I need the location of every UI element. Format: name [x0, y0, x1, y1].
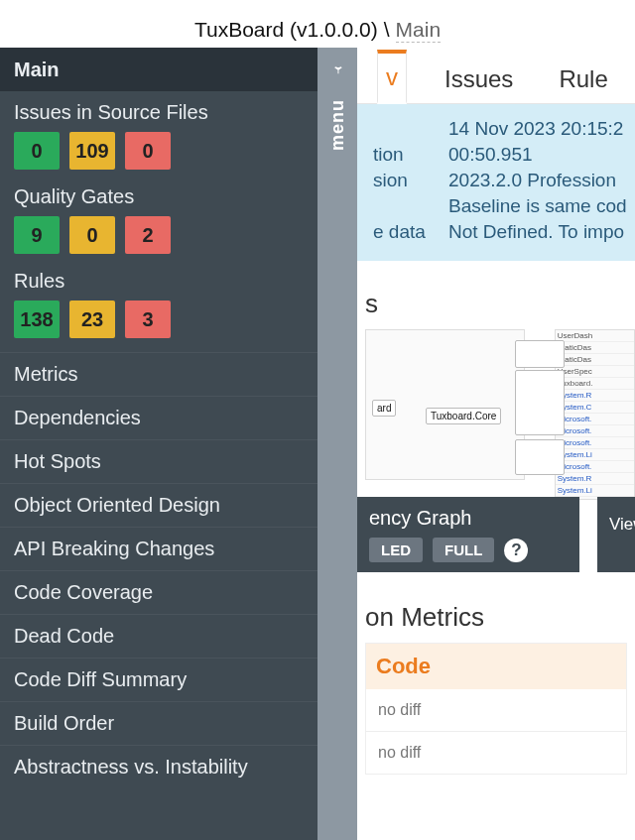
info-label: [373, 195, 433, 217]
info-label: [373, 118, 433, 140]
breadcrumb-leaf[interactable]: Main: [396, 18, 442, 43]
sidebar-item-coverage[interactable]: Code Coverage: [0, 570, 318, 614]
graph-node: [515, 439, 565, 475]
list-item: System.R: [556, 473, 634, 485]
sidebar-gutter: menu: [318, 48, 357, 840]
status-chip-ok[interactable]: 138: [14, 300, 60, 338]
code-box-head: Code: [366, 644, 626, 689]
sidebar-group-issues: Issues in Source Files 0 109 0: [0, 91, 318, 176]
breadcrumb: TuxBoard (v1.0.0.0) \ Main: [0, 0, 635, 54]
sidebar-item-dead-code[interactable]: Dead Code: [0, 614, 318, 658]
sidebar-item-dependencies[interactable]: Dependencies: [0, 396, 318, 439]
diagrams-row: ard Tuxboard.Core UserDash StaticDas Sta…: [357, 329, 635, 500]
status-chip-ok[interactable]: 0: [14, 132, 60, 170]
sidebar-header[interactable]: Main: [0, 48, 318, 91]
info-value: 00:50.951: [448, 144, 533, 166]
info-label: e data: [373, 221, 433, 243]
section-heading: s: [365, 289, 635, 319]
list-item: System.R: [556, 390, 634, 402]
graph-node: [515, 340, 565, 368]
list-caption: View a: [597, 497, 635, 572]
info-value: Not Defined. To impo: [448, 221, 624, 243]
group-title[interactable]: Rules: [14, 270, 304, 293]
status-chip-error[interactable]: 3: [125, 300, 171, 338]
graph-node: [515, 370, 565, 435]
list-item: Microsoft.: [556, 425, 634, 437]
tab-issues[interactable]: Issues: [437, 56, 521, 103]
code-box: Code no diff no diff: [365, 643, 627, 775]
status-chip-warn[interactable]: 0: [69, 216, 115, 254]
sidebar-item-api-breaking[interactable]: API Breaking Changes: [0, 527, 318, 570]
group-title[interactable]: Quality Gates: [14, 185, 304, 208]
graph-node: Tuxboard.Core: [426, 408, 501, 424]
view-all-link[interactable]: View a: [609, 515, 635, 535]
tabs: v Issues Rule: [357, 48, 635, 104]
tab-overview[interactable]: v: [377, 50, 407, 104]
list-item: Microsoft.: [556, 461, 634, 473]
list-item: UserSpec: [556, 366, 634, 378]
list-item: Tuxboard.: [556, 378, 634, 390]
info-value: 14 Nov 2023 20:15:2: [448, 118, 623, 140]
info-value: 2023.2.0 Profession: [448, 170, 616, 191]
sidebar-item-hotspots[interactable]: Hot Spots: [0, 439, 318, 483]
sidebar-nav: Metrics Dependencies Hot Spots Object Or…: [0, 352, 318, 788]
sidebar-group-gates: Quality Gates 9 0 2: [0, 176, 318, 260]
list-item: Microsoft.: [556, 414, 634, 425]
status-chip-error[interactable]: 0: [125, 132, 171, 170]
sidebar-item-diff[interactable]: Code Diff Summary: [0, 658, 318, 701]
list-item: StaticDas: [556, 354, 634, 366]
code-box-body: no diff: [366, 689, 626, 731]
list-item: Microsoft.: [556, 437, 634, 449]
sidebar-group-rules: Rules 138 23 3: [0, 260, 318, 344]
list-item: System.C: [556, 402, 634, 414]
help-icon[interactable]: ?: [504, 539, 528, 562]
graph-scaled-button[interactable]: LED: [369, 538, 423, 562]
info-label: sion: [373, 170, 433, 191]
breadcrumb-sep: \: [384, 18, 390, 42]
section-heading: on Metrics: [365, 602, 635, 633]
status-chip-error[interactable]: 2: [125, 216, 171, 254]
graph-node: ard: [372, 400, 396, 417]
dependency-list-thumb[interactable]: UserDash StaticDas StaticDas UserSpec Tu…: [555, 329, 635, 500]
sidebar-item-metrics[interactable]: Metrics: [0, 352, 318, 396]
graph-caption: ency Graph LED FULL ?: [357, 497, 579, 572]
gutter-label[interactable]: menu: [327, 99, 348, 151]
sidebar-item-abs-instab[interactable]: Abstractness vs. Instability: [0, 745, 318, 788]
graph-caption-title: ency Graph: [369, 507, 568, 530]
breadcrumb-app: TuxBoard (v1.0.0.0): [194, 18, 378, 42]
graph-full-button[interactable]: FULL: [433, 538, 494, 562]
list-item: StaticDas: [556, 342, 634, 354]
list-item: System.Li: [556, 485, 634, 497]
code-box-body: no diff: [366, 731, 626, 774]
group-title[interactable]: Issues in Source Files: [14, 101, 304, 124]
pin-icon[interactable]: [324, 58, 350, 83]
list-item: UserDash: [556, 330, 634, 342]
info-panel: 14 Nov 2023 20:15:2 tion00:50.951 sion20…: [357, 104, 635, 261]
status-chip-ok[interactable]: 9: [14, 216, 60, 254]
status-chip-warn[interactable]: 23: [69, 300, 115, 338]
info-value: Baseline is same cod: [448, 195, 627, 217]
dependency-graph-thumb[interactable]: ard Tuxboard.Core: [365, 329, 525, 480]
info-label: tion: [373, 144, 433, 166]
sidebar-item-build-order[interactable]: Build Order: [0, 701, 318, 745]
sidebar-item-ood[interactable]: Object Oriented Design: [0, 483, 318, 527]
tab-rules[interactable]: Rule: [551, 56, 615, 103]
status-chip-warn[interactable]: 109: [69, 132, 115, 170]
sidebar: Main Issues in Source Files 0 109 0 Qual…: [0, 48, 318, 840]
list-item: System.Li: [556, 449, 634, 461]
